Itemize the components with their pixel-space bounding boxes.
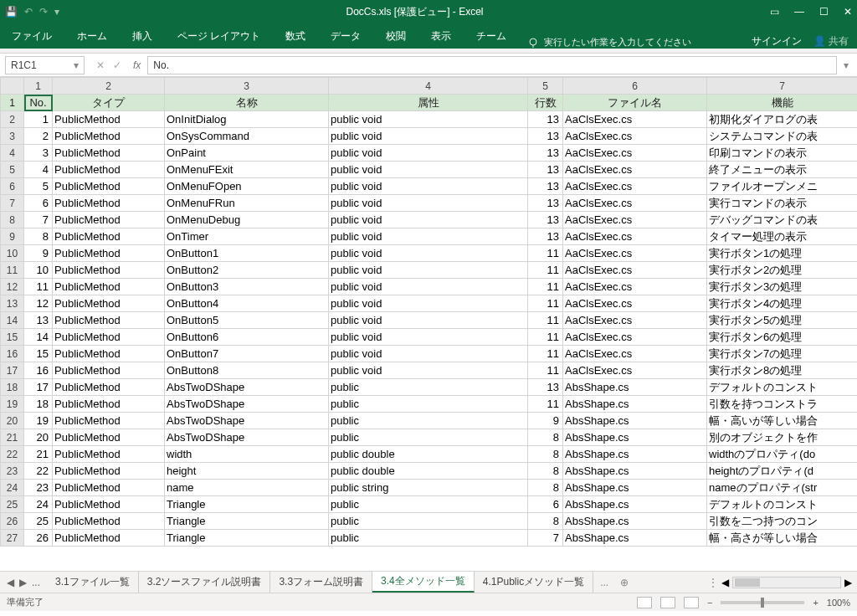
cell[interactable]: public	[329, 513, 528, 530]
tab-pagelayout[interactable]: ページ レイアウト	[174, 29, 264, 49]
cell[interactable]: 9	[24, 245, 53, 262]
cell[interactable]: AbsShape.cs	[563, 530, 707, 547]
cell[interactable]: PublicMethod	[53, 429, 165, 446]
cell[interactable]: 26	[24, 530, 53, 547]
cell[interactable]: 11	[528, 346, 563, 362]
zoom-level[interactable]: 100%	[827, 598, 850, 608]
cell[interactable]: PublicMethod	[53, 463, 165, 480]
add-sheet-icon[interactable]: ⊕	[615, 577, 634, 588]
sheet-tab[interactable]: 3.4全メソッド一覧	[372, 572, 475, 593]
cell[interactable]: 印刷コマンドの表示	[707, 145, 858, 162]
tab-team[interactable]: チーム	[473, 29, 510, 49]
cell[interactable]: widthのプロパティ(do	[707, 446, 858, 463]
cell[interactable]: 13	[24, 312, 53, 329]
cell[interactable]: public void	[329, 228, 528, 245]
cell[interactable]: AaClsExec.cs	[563, 128, 707, 145]
table-header-cell[interactable]: ファイル名	[563, 95, 707, 111]
cell[interactable]: 23	[24, 480, 53, 496]
row-header[interactable]: 16	[1, 346, 24, 362]
col-header-7[interactable]: 7	[707, 78, 858, 95]
cell[interactable]: AaClsExec.cs	[563, 329, 707, 346]
cell[interactable]: AbsTwoDShape	[165, 379, 329, 396]
tab-data[interactable]: データ	[327, 29, 364, 49]
col-header-1[interactable]: 1	[24, 78, 53, 95]
cell[interactable]: PublicMethod	[53, 245, 165, 262]
cell[interactable]: PublicMethod	[53, 396, 165, 413]
cell[interactable]: 8	[528, 446, 563, 463]
cell[interactable]: 24	[24, 496, 53, 513]
cell[interactable]: 22	[24, 463, 53, 480]
cell[interactable]: 16	[24, 362, 53, 379]
cell[interactable]: 11	[528, 295, 563, 312]
cell[interactable]: 13	[528, 178, 563, 195]
cell[interactable]: public void	[329, 128, 528, 145]
cell[interactable]: 13	[528, 162, 563, 178]
cell[interactable]: 1	[24, 111, 53, 128]
cell[interactable]: 実行ボタン5の処理	[707, 312, 858, 329]
formula-expand-icon[interactable]: ▾	[844, 59, 857, 71]
cell[interactable]: 13	[528, 379, 563, 396]
cell[interactable]: PublicMethod	[53, 162, 165, 178]
cell[interactable]: public	[329, 530, 528, 547]
cell[interactable]: 引数を持つコンストラ	[707, 396, 858, 413]
cell[interactable]: 6	[24, 195, 53, 212]
row-header[interactable]: 6	[1, 178, 24, 195]
row-header[interactable]: 13	[1, 295, 24, 312]
scroll-left-icon[interactable]: ◀	[721, 577, 729, 588]
cell[interactable]: public void	[329, 178, 528, 195]
cell[interactable]: 7	[24, 212, 53, 228]
cell[interactable]: 13	[528, 145, 563, 162]
row-header[interactable]: 5	[1, 162, 24, 178]
view-pagebreak-icon[interactable]	[684, 597, 699, 608]
minimize-icon[interactable]: —	[794, 6, 804, 18]
cell[interactable]: OnTimer	[165, 228, 329, 245]
cell[interactable]: 実行ボタン6の処理	[707, 329, 858, 346]
name-box[interactable]: R1C1 ▾	[5, 56, 85, 74]
cell[interactable]: 14	[24, 329, 53, 346]
cell[interactable]: PublicMethod	[53, 295, 165, 312]
row-header[interactable]: 8	[1, 212, 24, 228]
cell[interactable]: AbsShape.cs	[563, 446, 707, 463]
cell[interactable]: OnMenuFExit	[165, 162, 329, 178]
row-header[interactable]: 1	[1, 95, 24, 111]
cell[interactable]: OnMenuFOpen	[165, 178, 329, 195]
cell[interactable]: PublicMethod	[53, 346, 165, 362]
cell[interactable]: 21	[24, 446, 53, 463]
cell[interactable]: PublicMethod	[53, 178, 165, 195]
cell[interactable]: AaClsExec.cs	[563, 245, 707, 262]
cell[interactable]: 11	[24, 279, 53, 295]
row-header[interactable]: 17	[1, 362, 24, 379]
accept-formula-icon[interactable]: ✓	[113, 59, 121, 71]
cancel-formula-icon[interactable]: ✕	[96, 59, 105, 71]
col-header-2[interactable]: 2	[53, 78, 165, 95]
cell[interactable]: 11	[528, 245, 563, 262]
undo-icon[interactable]: ↶	[24, 6, 33, 18]
redo-icon[interactable]: ↷	[39, 6, 48, 18]
cell[interactable]: PublicMethod	[53, 329, 165, 346]
sheet-tab[interactable]: 3.3フォーム説明書	[270, 572, 372, 593]
cell[interactable]: 実行ボタン7の処理	[707, 346, 858, 362]
horizontal-scrollbar[interactable]	[732, 577, 841, 588]
cell[interactable]: PublicMethod	[53, 513, 165, 530]
cell[interactable]: デバッグコマンドの表	[707, 212, 858, 228]
cell[interactable]: 実行ボタン2の処理	[707, 262, 858, 279]
sheet-tab[interactable]: 3.2ソースファイル説明書	[139, 572, 271, 593]
cell[interactable]: 13	[528, 195, 563, 212]
cell[interactable]: AbsShape.cs	[563, 379, 707, 396]
cell[interactable]: AaClsExec.cs	[563, 262, 707, 279]
maximize-icon[interactable]: ☐	[819, 6, 829, 18]
cell[interactable]: 引数を二つ持つのコン	[707, 513, 858, 530]
cell[interactable]: 10	[24, 262, 53, 279]
sheet-prev-icon[interactable]: ◀	[7, 577, 14, 588]
cell[interactable]: 13	[528, 212, 563, 228]
table-header-cell[interactable]: 行数	[528, 95, 563, 111]
sheet-tab[interactable]: 4.1Publicメソッド一覧	[475, 572, 593, 593]
cell[interactable]: AaClsExec.cs	[563, 212, 707, 228]
row-header[interactable]: 18	[1, 379, 24, 396]
qat-dropdown-icon[interactable]: ▾	[54, 6, 59, 18]
row-header[interactable]: 3	[1, 128, 24, 145]
cell[interactable]: AaClsExec.cs	[563, 162, 707, 178]
cell[interactable]: AaClsExec.cs	[563, 312, 707, 329]
cell[interactable]: デフォルトのコンスト	[707, 496, 858, 513]
cell[interactable]: PublicMethod	[53, 480, 165, 496]
